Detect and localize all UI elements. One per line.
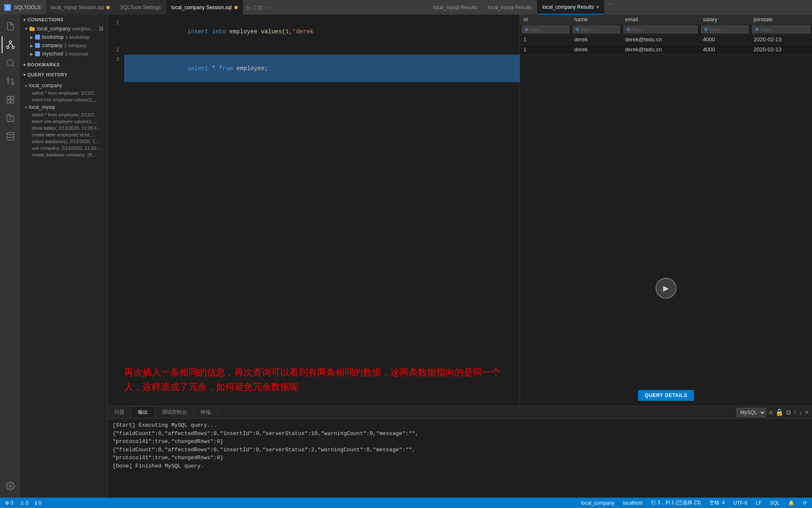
eol-text: LF: [756, 500, 762, 506]
results-tab-label: local_company Results: [542, 4, 593, 10]
svg-point-18: [7, 133, 14, 135]
svg-point-7: [7, 60, 13, 66]
activity-extensions-icon[interactable]: [2, 91, 18, 108]
table-scroll[interactable]: id name email salary joindate: [520, 15, 812, 191]
history-item[interactable]: select * from employee; 2/13/2...: [20, 90, 107, 96]
run-icon[interactable]: ▷: [246, 4, 251, 11]
tab-local-mysql-session[interactable]: local_mysql Session.sql: [46, 0, 115, 15]
history-item[interactable]: show tables; 2/13/2020, 11:05:4...: [20, 125, 107, 131]
terminal-tab-output[interactable]: 输出: [131, 407, 155, 417]
table-row: 1 derek derek@tedu.cn 4000 2020-02-13: [520, 35, 812, 45]
status-eol[interactable]: LF: [754, 500, 763, 506]
history-item[interactable]: use company; 2/13/2020, 11:03:...: [20, 145, 107, 151]
terminal-grid-icon[interactable]: ≡: [769, 409, 772, 416]
status-sync[interactable]: ⟳: [801, 500, 809, 506]
tab-actions: ▷ □ ⊡ ···: [243, 0, 273, 15]
status-encoding[interactable]: UTF-8: [732, 500, 749, 506]
tab-sqltools-settings[interactable]: SQLTools Settings: [115, 0, 166, 15]
split-icon[interactable]: □: [253, 4, 256, 11]
bookmarks-section-header[interactable]: ▾ BOOKMARKS: [20, 60, 107, 70]
sidebar-item-myschool[interactable]: ▶ myschool 1 myschool: [20, 50, 107, 58]
info-icon: ℹ: [35, 500, 37, 506]
filter-name[interactable]: ⊞ Filter...: [573, 25, 620, 33]
history-item[interactable]: insert into employee values(1;...: [20, 96, 107, 103]
history-item[interactable]: create table employee( id int, ...: [20, 131, 107, 138]
status-feedback[interactable]: 🔔: [787, 500, 796, 506]
connection-link-icon: ⛓: [99, 26, 104, 32]
tab-modified-dot: [106, 6, 110, 9]
encoding-text: UTF-8: [733, 500, 747, 506]
query-history-section: ▾ local_company select * from employee; …: [20, 81, 107, 498]
terminal-arrow-down-icon[interactable]: ↓: [799, 409, 802, 416]
text-star: *: [209, 65, 219, 72]
results-tab-local-company[interactable]: local_company Results ×: [537, 0, 604, 15]
history-item[interactable]: select database(); 2/13/2020, 1...: [20, 138, 107, 145]
status-warnings[interactable]: ⚠ 0: [18, 500, 30, 506]
history-item[interactable]: create database company; 2/t...: [20, 151, 107, 158]
code-editor[interactable]: 1 insert into employee values(1,'derek 2: [108, 18, 520, 357]
terminal-close-icon[interactable]: ×: [805, 409, 809, 416]
activity-git-icon[interactable]: [2, 73, 18, 90]
sidebar-item-company[interactable]: ▶ company 1 company: [20, 41, 107, 50]
results-tab-local-mysql-2[interactable]: local_mysql Results: [483, 0, 537, 15]
history-item[interactable]: insert into employee values(1;...: [20, 118, 107, 125]
query-history-section-header[interactable]: ▾ QUERY HISTORY: [20, 70, 107, 80]
filter-id[interactable]: ⊞ Filter...: [522, 25, 569, 33]
terminal-tab-debug[interactable]: 调试控制台: [155, 407, 194, 417]
filter-salary[interactable]: ⊞ Filter...: [701, 25, 749, 33]
activity-connections-icon[interactable]: [2, 36, 18, 53]
terminal-tab-terminal[interactable]: 终端: [194, 407, 218, 417]
status-errors[interactable]: ⊗ 0: [3, 500, 15, 506]
terminal-content: [Start] Executing MySQL query... {"field…: [108, 419, 812, 498]
status-spaces[interactable]: 空格: 4: [708, 499, 727, 506]
filter-email[interactable]: ⊞ Filter...: [623, 25, 698, 33]
filter-joindate[interactable]: ⊞ Filter...: [752, 25, 810, 33]
results-tab-close[interactable]: ×: [596, 4, 599, 10]
tab-modified-dot: [234, 6, 238, 9]
db-arrow: ▶: [30, 43, 33, 48]
activity-test-icon[interactable]: [2, 110, 18, 126]
annotation-text: 再次插入一条相同的信息，再次查询可以看到有两条相同的数据，这两条数据指向的是同一…: [108, 357, 520, 402]
history-item[interactable]: select * from employee; 2/13/2...: [20, 111, 107, 118]
results-tab-local-mysql-1[interactable]: local_mysql Results: [428, 0, 483, 15]
sidebar-item-local-company[interactable]: ▾ local_company root@loc... ⛓: [20, 25, 107, 33]
db-arrow: ▶: [30, 52, 33, 56]
tab-label: SQLTools Settings: [120, 5, 161, 10]
db-icon: [35, 51, 40, 56]
run-query-button[interactable]: ▶: [656, 278, 676, 299]
history-group-local-mysql[interactable]: ▾ local_mysql: [20, 103, 107, 111]
activity-db-icon[interactable]: [2, 128, 18, 145]
filter-icon: ⊞: [576, 27, 579, 32]
status-position[interactable]: 行 3，列 1 (已选择 23): [649, 499, 703, 506]
status-language[interactable]: SQL: [768, 500, 782, 506]
content-area: ▾ CONNECTIONS ▾ local_company root@loc..…: [0, 15, 812, 498]
status-connection[interactable]: local_company: [579, 500, 616, 506]
svg-rect-12: [7, 96, 10, 99]
connections-arrow: ▾: [23, 18, 26, 22]
more-icon[interactable]: ···: [264, 4, 269, 11]
terminal-tab-problems[interactable]: 问题: [108, 407, 131, 417]
activity-settings-icon[interactable]: [2, 478, 18, 494]
play-icon: ▶: [663, 284, 669, 293]
status-info[interactable]: ℹ 0: [33, 500, 43, 506]
feedback-icon: 🔔: [788, 500, 794, 506]
activity-search-icon[interactable]: [2, 55, 18, 71]
bookmarks-label: BOOKMARKS: [28, 62, 60, 67]
tab-local-company-session[interactable]: local_company Session.sql: [166, 0, 243, 15]
history-group-local-company[interactable]: ▾ local_company: [20, 81, 107, 90]
results-more-button[interactable]: ···: [605, 0, 617, 15]
layout-icon[interactable]: ⊡: [258, 4, 263, 11]
status-server[interactable]: localhost: [621, 500, 644, 506]
cell-email: derek@tedu.cn: [622, 35, 700, 45]
query-details-button[interactable]: QUERY DETAILS: [638, 390, 694, 401]
connections-section-header[interactable]: ▾ CONNECTIONS: [20, 15, 107, 25]
terminal-lock-icon[interactable]: 🔒: [775, 408, 784, 416]
warning-icon: ⚠: [20, 500, 25, 506]
terminal-arrow-up-icon[interactable]: ↑: [793, 409, 797, 416]
terminal-lang-select[interactable]: MySQL: [737, 408, 766, 417]
terminal-copy-icon[interactable]: ⧉: [786, 409, 791, 416]
app-icon: S: [3, 3, 12, 12]
sidebar-item-bookshop[interactable]: ▶ bookshop 1 bookshop: [20, 33, 107, 41]
group-arrow: ▾: [25, 105, 27, 110]
activity-files-icon[interactable]: [2, 18, 18, 35]
